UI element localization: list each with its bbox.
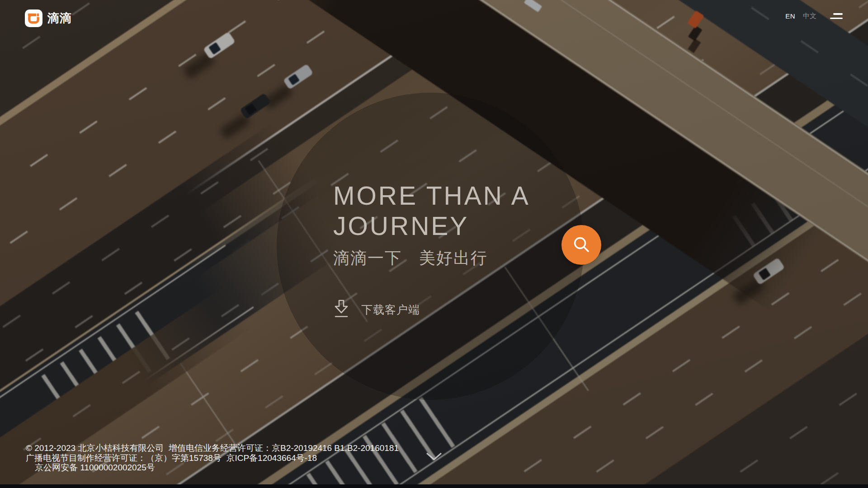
hero-subtitle: 滴滴一下 美好出行 bbox=[333, 247, 530, 269]
police-badge-icon bbox=[26, 464, 33, 471]
footer-line-3-wrap: 京公网安备 11000002002025号 bbox=[26, 463, 399, 473]
hamburger-menu-icon[interactable] bbox=[830, 13, 843, 19]
didi-homepage: 滴滴 EN 中文 MORE THAN A JOURNEY 滴滴一下 美好出行 下… bbox=[0, 0, 868, 488]
footer-line-2: 广播电视节目制作经营许可证：（京）字第15738号 京ICP备12043664号… bbox=[26, 453, 399, 463]
footer-line-3: 京公网安备 11000002002025号 bbox=[35, 463, 155, 473]
logo-text: 滴滴 bbox=[47, 10, 72, 26]
search-icon bbox=[572, 235, 591, 255]
lang-toggle-en[interactable]: EN bbox=[785, 12, 795, 20]
headline-line-2: JOURNEY bbox=[333, 211, 530, 241]
footer-legal: © 2012-2023 北京小桔科技有限公司 增值电信业务经营许可证：京B2-2… bbox=[26, 443, 399, 473]
download-label: 下载客户端 bbox=[361, 302, 420, 317]
top-nav: EN 中文 bbox=[785, 12, 843, 20]
video-letterbox-bar bbox=[0, 484, 868, 488]
footer-line-1: © 2012-2023 北京小桔科技有限公司 增值电信业务经营许可证：京B2-2… bbox=[26, 443, 399, 453]
search-button[interactable] bbox=[561, 225, 601, 265]
didi-logo-icon bbox=[25, 9, 42, 27]
download-icon bbox=[333, 299, 349, 320]
chevron-down-icon[interactable] bbox=[426, 452, 442, 462]
didi-logo[interactable]: 滴滴 bbox=[25, 9, 72, 27]
download-client-button[interactable]: 下载客户端 bbox=[333, 299, 530, 320]
page-title: MORE THAN A JOURNEY bbox=[333, 181, 530, 241]
hero-section: MORE THAN A JOURNEY 滴滴一下 美好出行 下载客户端 bbox=[333, 181, 530, 320]
lang-toggle-zh[interactable]: 中文 bbox=[803, 12, 816, 20]
headline-line-1: MORE THAN A bbox=[333, 181, 530, 211]
page-content: 滴滴 EN 中文 MORE THAN A JOURNEY 滴滴一下 美好出行 下… bbox=[0, 0, 868, 488]
